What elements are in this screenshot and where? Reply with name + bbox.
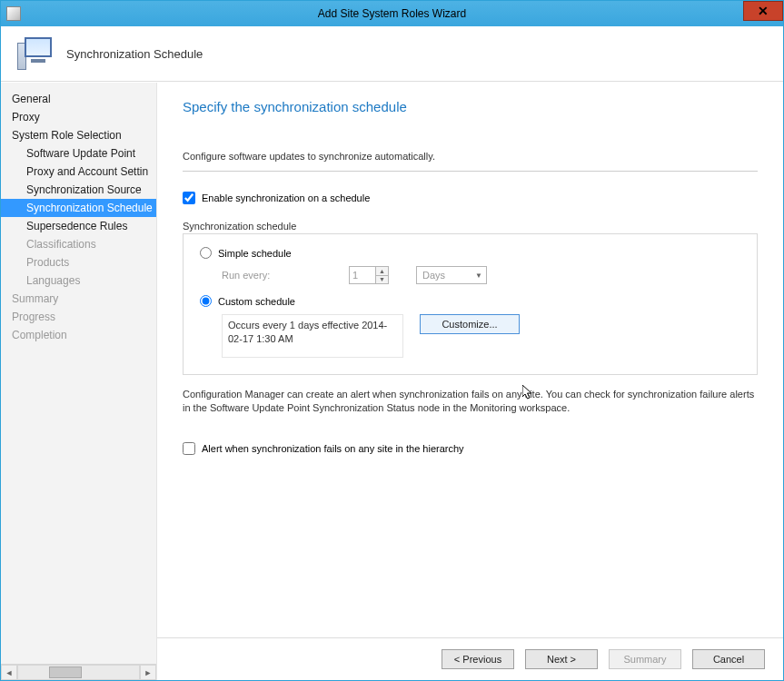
sidebar: GeneralProxySystem Role SelectionSoftwar… [1,83,157,680]
nav-item-general[interactable]: General [1,90,156,108]
divider [183,171,758,172]
description-text: Configure software updates to synchroniz… [183,151,758,162]
simple-schedule-radio[interactable] [200,247,212,259]
sidebar-scrollbar[interactable]: ◄ ► [1,664,156,680]
simple-schedule-row: Simple schedule [200,247,740,259]
nav-item-software-update-point[interactable]: Software Update Point [1,144,156,163]
nav-item-proxy[interactable]: Proxy [1,108,156,126]
nav-list: GeneralProxySystem Role SelectionSoftwar… [1,90,156,664]
page-title: Specify the synchronization schedule [183,99,758,114]
app-icon [6,6,21,21]
nav-item-progress[interactable]: Progress [1,308,156,326]
custom-schedule-summary: Occurs every 1 days effective 2014-02-17… [222,314,403,358]
alert-row: Alert when synchronization fails on any … [183,442,758,455]
close-button[interactable]: ✕ [743,1,783,21]
previous-button[interactable]: < Previous [442,649,514,669]
custom-schedule-block: Occurs every 1 days effective 2014-02-17… [222,314,740,358]
simple-schedule-controls: Run every: ▲ ▼ Days ▼ [222,266,740,284]
enable-sync-row: Enable synchronization on a schedule [183,192,758,204]
scroll-track[interactable] [17,665,140,680]
enable-sync-checkbox[interactable] [183,192,195,204]
custom-schedule-label: Custom schedule [218,296,295,307]
run-every-unit-value: Days [422,270,445,281]
scroll-right-arrow[interactable]: ► [140,665,156,680]
simple-schedule-label: Simple schedule [218,248,292,259]
scroll-left-arrow[interactable]: ◄ [1,665,17,680]
nav-item-system-role-selection[interactable]: System Role Selection [1,126,156,144]
custom-schedule-row: Custom schedule [200,295,740,307]
wizard-window: Add Site System Roles Wizard ✕ Synchroni… [0,0,784,681]
run-every-unit-select[interactable]: Days ▼ [416,266,487,284]
chevron-down-icon: ▼ [475,271,482,280]
alert-label: Alert when synchronization fails on any … [202,443,464,454]
nav-item-products[interactable]: Products [1,253,156,271]
spinner-arrows[interactable]: ▲ ▼ [375,267,388,283]
summary-button[interactable]: Summary [609,649,681,669]
banner: Synchronization Schedule [1,26,783,82]
schedule-group: Simple schedule Run every: ▲ ▼ Days [183,233,758,375]
nav-item-supersedence-rules[interactable]: Supersedence Rules [1,217,156,235]
alert-checkbox[interactable] [183,442,195,455]
nav-item-languages[interactable]: Languages [1,271,156,290]
custom-schedule-radio[interactable] [200,295,212,307]
nav-item-classifications[interactable]: Classifications [1,235,156,253]
cancel-button[interactable]: Cancel [692,649,765,669]
run-every-spinner[interactable]: ▲ ▼ [349,266,389,284]
main-panel: Specify the synchronization schedule Con… [157,83,783,680]
footer: < Previous Next > Summary Cancel [157,637,783,680]
scroll-thumb[interactable] [49,666,82,678]
nav-item-synchronization-source[interactable]: Synchronization Source [1,181,156,199]
run-every-input[interactable] [350,267,375,283]
run-every-label: Run every: [222,270,349,281]
spinner-down-icon[interactable]: ▼ [376,276,388,284]
spinner-up-icon[interactable]: ▲ [376,267,388,276]
customize-button[interactable]: Customize... [420,314,520,334]
close-icon: ✕ [758,4,769,18]
enable-sync-label: Enable synchronization on a schedule [202,192,370,203]
next-button[interactable]: Next > [525,649,598,669]
body-area: GeneralProxySystem Role SelectionSoftwar… [1,82,783,680]
schedule-group-label: Synchronization schedule [183,221,758,232]
titlebar: Add Site System Roles Wizard ✕ [1,1,783,26]
nav-item-completion[interactable]: Completion [1,326,156,344]
computer-icon [17,37,54,70]
banner-page-name: Synchronization Schedule [66,47,203,61]
main-content: Specify the synchronization schedule Con… [157,83,783,637]
alert-info-text: Configuration Manager can create an aler… [183,388,758,415]
window-title: Add Site System Roles Wizard [318,7,466,20]
nav-item-summary[interactable]: Summary [1,290,156,308]
nav-item-proxy-and-account-settin[interactable]: Proxy and Account Settin [1,163,156,181]
nav-item-synchronization-schedule[interactable]: Synchronization Schedule [1,199,156,217]
